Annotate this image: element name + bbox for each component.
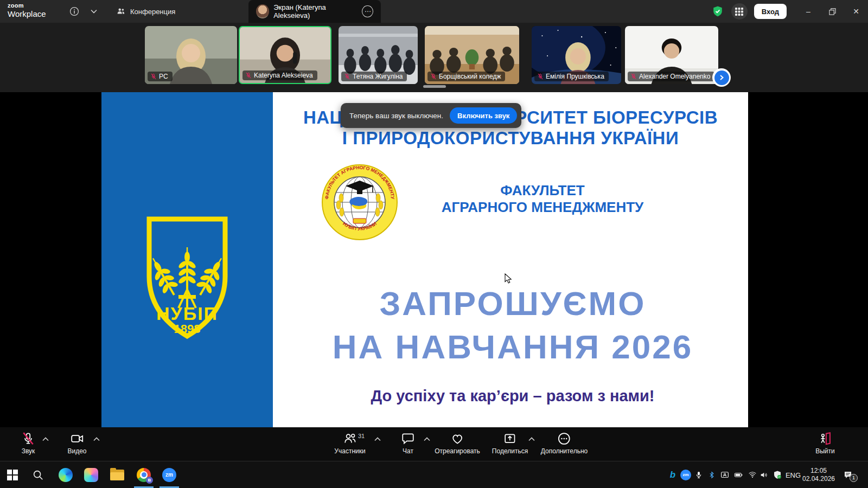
titlebar-right-controls: Вход – ✕: [712, 0, 868, 23]
wifi-tray-icon[interactable]: [748, 471, 757, 479]
ellipsis-circle-icon: [557, 432, 571, 446]
tab-screen-label: Экран (Kateryna Alekseieva): [273, 3, 358, 20]
title-bar: zoom Workplace Конференция Экран (Kater: [0, 0, 868, 23]
participant-name: PC: [159, 73, 168, 80]
participant-name-tag: Емілія Прушківська: [534, 72, 609, 81]
start-button[interactable]: [7, 470, 18, 480]
slide-blue-panel: НУБІП 1898: [101, 92, 273, 427]
edge-icon: [59, 468, 73, 482]
notification-center-button[interactable]: 1: [843, 470, 853, 480]
bing-tray-icon[interactable]: b: [670, 470, 675, 480]
video-button[interactable]: Видео: [67, 432, 86, 455]
language-indicator[interactable]: ENG: [786, 471, 801, 479]
mic-muted-icon: [150, 73, 157, 80]
notification-count-badge: 1: [850, 474, 858, 482]
invitation-line2: НА НАВЧАННЯ 2026: [273, 325, 752, 369]
filmstrip-drag-handle[interactable]: [423, 85, 446, 88]
participant-name: Kateryna Alekseieva: [254, 72, 313, 79]
audio-options-chevron[interactable]: [42, 437, 49, 441]
shared-screen-stage: НУБІП 1898 НАЦІОНАЛЬНИЙ УНІВЕРСИТЕТ БІОР…: [0, 92, 868, 427]
taskbar-chrome-button[interactable]: B: [137, 468, 151, 482]
security-shield-icon[interactable]: [712, 5, 724, 18]
share-button[interactable]: Поделиться: [492, 432, 528, 455]
defender-tray-icon[interactable]: [773, 470, 782, 480]
brand-workplace: Workplace: [8, 10, 46, 18]
slide-tagline: До успіху та кар’єри – разом з нами!: [273, 387, 752, 405]
video-options-chevron[interactable]: [93, 437, 100, 441]
microphone-tray-icon[interactable]: [694, 470, 703, 480]
presentation-slide: НУБІП 1898 НАЦІОНАЛЬНИЙ УНІВЕРСИТЕТ БІОР…: [101, 92, 748, 427]
more-label: Дополнительно: [541, 447, 588, 455]
tablet-mode-tray-icon[interactable]: [720, 470, 730, 480]
participant-tile-zhygulina[interactable]: Тетяна Жигуліна: [339, 26, 418, 84]
chat-button[interactable]: Чат: [401, 432, 415, 455]
apps-grid-button[interactable]: [731, 3, 748, 20]
react-label: Отреагировать: [435, 447, 480, 455]
participant-tile-kateryna[interactable]: Kateryna Alekseieva: [239, 26, 331, 84]
zoom-app-window: zoom Workplace Конференция Экран (Kater: [0, 0, 868, 488]
info-icon: [69, 7, 79, 16]
search-icon: [32, 469, 44, 481]
crest-year: 1898: [174, 322, 201, 336]
zoom-app-icon: zm: [162, 468, 176, 482]
participant-name-tag: Борщівський коледж: [427, 72, 505, 81]
restore-button[interactable]: [820, 0, 844, 23]
taskbar-clock[interactable]: 12:05 02.04.2026: [802, 467, 835, 483]
chat-options-chevron[interactable]: [424, 437, 430, 441]
leave-button[interactable]: Выйти: [815, 432, 835, 455]
mouse-cursor: [503, 273, 513, 284]
minimize-button[interactable]: –: [796, 0, 820, 23]
next-participants-button[interactable]: [712, 68, 731, 87]
bluetooth-tray-icon[interactable]: [708, 470, 716, 480]
participant-name-tag: Тетяна Жигуліна: [341, 72, 407, 81]
info-button[interactable]: [65, 0, 84, 23]
workspace-dropdown-button[interactable]: [85, 0, 103, 23]
chevron-right-icon: [714, 70, 729, 85]
people-icon: [343, 432, 357, 446]
participant-name: Alexander Omelyanenko: [639, 73, 710, 80]
university-title-line2: І ПРИРОДОКОРИСТУВАННЯ УКРАЇНИ: [273, 128, 748, 149]
participants-options-chevron[interactable]: [374, 437, 381, 441]
clock-date: 02.04.2026: [802, 475, 835, 483]
participant-name: Тетяна Жигуліна: [353, 73, 403, 80]
taskbar-search-button[interactable]: [32, 469, 44, 481]
slide-content: НАЦІОНАЛЬНИЙ УНІВЕРСИТЕТ БІОРЕСУРСІВ І П…: [273, 92, 748, 427]
taskbar-explorer-button[interactable]: [110, 470, 124, 480]
zoom-tray-icon[interactable]: zm: [680, 470, 691, 480]
participant-name: Борщівський коледж: [439, 73, 501, 80]
react-button[interactable]: Отреагировать: [435, 432, 480, 455]
windows-taskbar: B zm b zm: [0, 461, 868, 488]
participant-name-tag: PC: [148, 72, 173, 81]
audio-label: Звук: [22, 447, 35, 455]
share-options-chevron[interactable]: [528, 437, 535, 441]
file-explorer-icon: [110, 470, 124, 480]
apps-grid-icon: [735, 8, 743, 16]
camera-icon: [70, 432, 84, 446]
taskbar-edge-button[interactable]: [59, 468, 73, 482]
chrome-icon: B: [137, 468, 151, 482]
login-button[interactable]: Вход: [754, 4, 787, 19]
volume-tray-icon[interactable]: [759, 471, 769, 479]
tab-options-button[interactable]: ⋯: [362, 5, 373, 17]
participant-tile-college[interactable]: Борщівський коледж: [425, 26, 519, 84]
video-filmstrip: PC Kateryna Alekseieva: [0, 23, 868, 92]
participant-name-tag: Kateryna Alekseieva: [242, 70, 317, 80]
unmute-button[interactable]: Включить звук: [450, 107, 517, 124]
audio-button[interactable]: Звук: [21, 432, 35, 455]
participant-tile-pc[interactable]: PC: [145, 26, 237, 84]
taskbar-copilot-button[interactable]: [84, 468, 98, 482]
participant-tile-omelyanenko[interactable]: Alexander Omelyanenko: [625, 26, 718, 84]
share-label: Поделиться: [492, 447, 528, 455]
battery-tray-icon[interactable]: [733, 471, 744, 479]
avatar: [256, 4, 269, 18]
close-button[interactable]: ✕: [844, 0, 868, 23]
tab-conference[interactable]: Конференция: [108, 0, 183, 23]
taskbar-zoom-button[interactable]: zm: [162, 468, 176, 482]
more-button[interactable]: Дополнительно: [541, 432, 588, 455]
participant-tile-prushkivska[interactable]: Емілія Прушківська: [532, 26, 621, 84]
tab-screen-share[interactable]: Экран (Kateryna Alekseieva) ⋯: [248, 0, 381, 23]
chevron-down-icon: [91, 9, 97, 14]
chat-label: Чат: [403, 447, 413, 455]
crest-name: НУБІП: [156, 303, 218, 324]
zoom-app-icon: zm: [680, 470, 691, 480]
